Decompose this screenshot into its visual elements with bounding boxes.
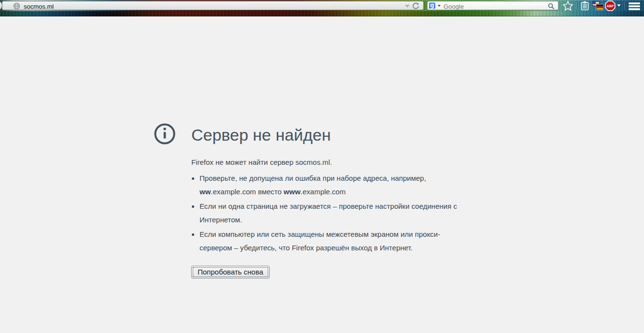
adblock-dropdown-button[interactable] bbox=[615, 0, 622, 11]
error-suggestion-list: Проверьте, не допущена ли ошибка при наб… bbox=[191, 172, 462, 255]
search-icon[interactable] bbox=[548, 3, 555, 12]
error-page: Сервер не найден Firefox не может найти … bbox=[0, 16, 644, 333]
abp-stop-icon: ABP bbox=[605, 0, 615, 11]
browser-window: socmos.ml g Google bbox=[0, 0, 644, 333]
search-placeholder: Google bbox=[444, 3, 464, 10]
google-engine-icon[interactable]: g bbox=[429, 2, 435, 9]
chevron-down-icon bbox=[617, 4, 621, 7]
abp-label: ABP bbox=[606, 4, 614, 8]
toolbar-separator bbox=[576, 1, 577, 9]
navigation-toolbar: socmos.ml g Google bbox=[0, 0, 644, 16]
theme-strip bbox=[0, 11, 644, 16]
url-history-dropdown-icon[interactable] bbox=[405, 5, 410, 8]
us-german-flags-icon bbox=[593, 1, 603, 10]
hamburger-icon bbox=[629, 2, 640, 4]
translator-addon-button[interactable] bbox=[592, 0, 603, 11]
clipboard-addon-button[interactable] bbox=[579, 0, 590, 11]
url-text: socmos.ml bbox=[24, 3, 54, 10]
info-circle-icon bbox=[153, 122, 176, 147]
engine-dropdown-icon[interactable] bbox=[438, 5, 441, 7]
toolbar-separator bbox=[624, 1, 625, 9]
error-suggestion: Если ни одна страница не загружается – п… bbox=[200, 200, 462, 227]
page-title: Сервер не найден bbox=[191, 126, 462, 144]
try-again-button[interactable]: Попробовать снова bbox=[191, 266, 270, 278]
bookmark-star-button[interactable] bbox=[562, 0, 573, 11]
menu-button[interactable] bbox=[628, 1, 641, 11]
url-bar[interactable]: socmos.ml bbox=[2, 1, 424, 10]
reload-icon[interactable] bbox=[412, 2, 419, 10]
search-bar[interactable]: g Google bbox=[427, 1, 558, 10]
adblock-plus-button[interactable]: ABP bbox=[604, 0, 616, 11]
error-suggestion: Проверьте, не допущена ли ошибка при наб… bbox=[200, 172, 462, 199]
globe-icon bbox=[13, 2, 20, 12]
star-icon bbox=[562, 0, 573, 11]
error-suggestion: Если компьютер или сеть защищены межсете… bbox=[200, 228, 462, 255]
clipboard-icon bbox=[580, 1, 589, 11]
error-description: Firefox не может найти сервер socmos.ml. bbox=[191, 158, 462, 167]
